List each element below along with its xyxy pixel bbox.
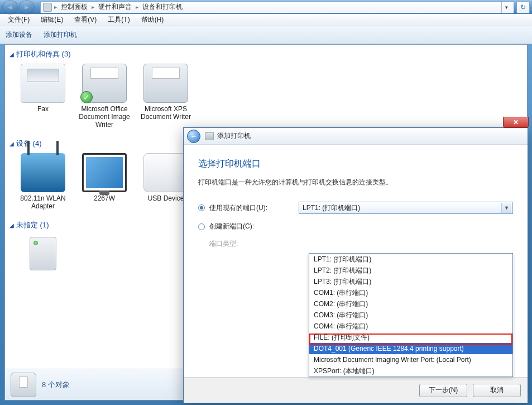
dialog-button-bar: 下一步(N) 取消 <box>184 377 528 403</box>
port-dropdown-list[interactable]: LPT1: (打印机端口)LPT2: (打印机端口)LPT3: (打印机端口)C… <box>309 253 513 377</box>
device-item-xps-writer[interactable]: Microsoft XPS Document Writer <box>138 64 194 128</box>
dialog-heading: 选择打印机端口 <box>198 158 513 170</box>
printer-icon: ✓ <box>82 64 127 103</box>
create-new-port-row: 创建新端口(C): <box>198 222 513 231</box>
back-arrow-icon: ← <box>190 132 198 140</box>
collapse-arrow-icon: ◢ <box>9 141 14 147</box>
port-type-label: 端口类型: <box>209 239 299 249</box>
breadcrumb-part[interactable]: 控制面板 <box>59 2 89 12</box>
usb-device-icon <box>143 153 188 192</box>
device-label: 802.11n WLAN Adapter <box>15 194 71 210</box>
menu-view[interactable]: 查看(V) <box>70 14 101 26</box>
collapse-arrow-icon: ◢ <box>9 51 14 58</box>
port-option[interactable]: LPT2: (打印机端口) <box>309 265 512 276</box>
cancel-button[interactable]: 取消 <box>473 384 521 397</box>
nav-forward-button[interactable]: ► <box>19 0 35 15</box>
drive-icon <box>30 237 56 270</box>
device-label: Fax <box>15 105 71 113</box>
breadcrumb-part[interactable]: 硬件和声音 <box>97 2 133 12</box>
command-bar: 添加设备 添加打印机 <box>0 26 532 44</box>
printer-icon <box>143 64 188 103</box>
use-existing-port-row: 使用现有的端口(U): LPT1: (打印机端口) ▼ <box>198 202 513 214</box>
device-item-unknown[interactable] <box>15 235 71 273</box>
nav-back-button[interactable]: ◄ <box>2 0 18 15</box>
port-option[interactable]: FILE: (打印到文件) <box>309 332 512 343</box>
printer-icon <box>11 373 36 397</box>
group-header-printers[interactable]: ◢ 打印机和传真 (3) <box>5 45 527 61</box>
address-bar[interactable]: ▸ 控制面板 ▸ 硬件和声音 ▸ 设备和打印机 ▾ <box>40 1 514 13</box>
refresh-icon: ↻ <box>520 3 526 11</box>
next-button[interactable]: 下一步(N) <box>419 384 467 397</box>
breadcrumb-separator-icon: ▸ <box>135 4 140 10</box>
router-icon <box>21 153 65 192</box>
printers-row: Fax ✓ Microsoft Office Document Image Wr… <box>5 61 527 134</box>
port-combobox[interactable]: LPT1: (打印机端口) ▼ <box>299 202 513 214</box>
device-item-monitor[interactable]: 2267W <box>76 153 132 210</box>
chevron-down-icon: ▼ <box>501 203 511 213</box>
add-printer-button[interactable]: 添加打印机 <box>44 30 77 40</box>
port-option[interactable]: Microsoft Document Imaging Writer Port: … <box>309 354 512 365</box>
menu-bar: 文件(F) 编辑(E) 查看(V) 工具(T) 帮助(H) <box>0 14 532 26</box>
dialog-body: 选择打印机端口 打印机端口是一种允许您的计算机与打印机交换信息的连接类型。 使用… <box>184 145 528 377</box>
menu-file[interactable]: 文件(F) <box>3 14 34 26</box>
port-option[interactable]: LPT3: (打印机端口) <box>309 276 512 287</box>
fax-icon <box>21 64 65 103</box>
port-combobox-value: LPT1: (打印机端口) <box>303 203 360 213</box>
port-type-row: 端口类型: <box>198 239 513 249</box>
address-dropdown-icon[interactable]: ▾ <box>501 2 511 13</box>
device-item-wlan-adapter[interactable]: 802.11n WLAN Adapter <box>15 153 71 210</box>
use-existing-port-radio[interactable] <box>198 204 205 211</box>
breadcrumb-separator-icon: ▸ <box>53 4 58 10</box>
dialog-titlebar: ← 添加打印机 <box>184 128 528 145</box>
control-panel-icon <box>43 3 52 12</box>
use-existing-port-label: 使用现有的端口(U): <box>209 203 299 213</box>
window-titlebar: ◄ ► ▸ 控制面板 ▸ 硬件和声音 ▸ 设备和打印机 ▾ ↻ <box>0 0 532 14</box>
create-new-port-label: 创建新端口(C): <box>209 222 299 231</box>
create-new-port-radio[interactable] <box>198 223 205 230</box>
dialog-back-button[interactable]: ← <box>187 130 200 143</box>
add-printer-dialog: ✕ ← 添加打印机 选择打印机端口 打印机端口是一种允许您的计算机与打印机交换信… <box>183 127 528 403</box>
object-count-label: 8 个对象 <box>42 380 70 390</box>
breadcrumb-separator-icon: ▸ <box>90 4 95 10</box>
device-item-fax[interactable]: Fax <box>15 64 71 128</box>
dialog-description: 打印机端口是一种允许您的计算机与打印机交换信息的连接类型。 <box>198 178 513 187</box>
dialog-close-button[interactable]: ✕ <box>503 117 529 128</box>
add-device-button[interactable]: 添加设备 <box>6 30 32 40</box>
device-item-ms-office-image-writer[interactable]: ✓ Microsoft Office Document Image Writer <box>76 64 132 128</box>
menu-tools[interactable]: 工具(T) <box>103 14 134 26</box>
collapse-arrow-icon: ◢ <box>9 222 14 228</box>
close-icon: ✕ <box>513 118 519 126</box>
dialog-title: 添加打印机 <box>217 131 251 141</box>
device-label: 2267W <box>76 194 132 202</box>
refresh-button[interactable]: ↻ <box>516 1 530 13</box>
monitor-icon <box>82 153 127 192</box>
device-label: Microsoft XPS Document Writer <box>138 105 194 121</box>
port-option[interactable]: COM3: (串行端口) <box>309 309 512 321</box>
nav-buttons: ◄ ► <box>2 0 35 15</box>
port-option[interactable]: DOT4_001 (Generic IEEE 1284.4 printing s… <box>309 343 512 354</box>
menu-help[interactable]: 帮助(H) <box>137 14 169 26</box>
port-option[interactable]: COM2: (串行端口) <box>309 298 512 309</box>
port-option[interactable]: COM4: (串行端口) <box>309 321 512 332</box>
breadcrumb-part[interactable]: 设备和打印机 <box>141 2 184 12</box>
group-label: 未指定 (1) <box>16 220 49 230</box>
printer-small-icon <box>205 132 214 140</box>
group-label: 打印机和传真 (3) <box>16 49 71 59</box>
port-option[interactable]: COM1: (串行端口) <box>309 287 512 298</box>
menu-edit[interactable]: 编辑(E) <box>36 14 68 26</box>
default-checkmark-icon: ✓ <box>80 91 93 103</box>
port-option[interactable]: LPT1: (打印机端口) <box>309 254 512 265</box>
port-option[interactable]: XPSPort: (本地端口) <box>309 365 512 377</box>
device-label: Microsoft Office Document Image Writer <box>76 105 132 128</box>
